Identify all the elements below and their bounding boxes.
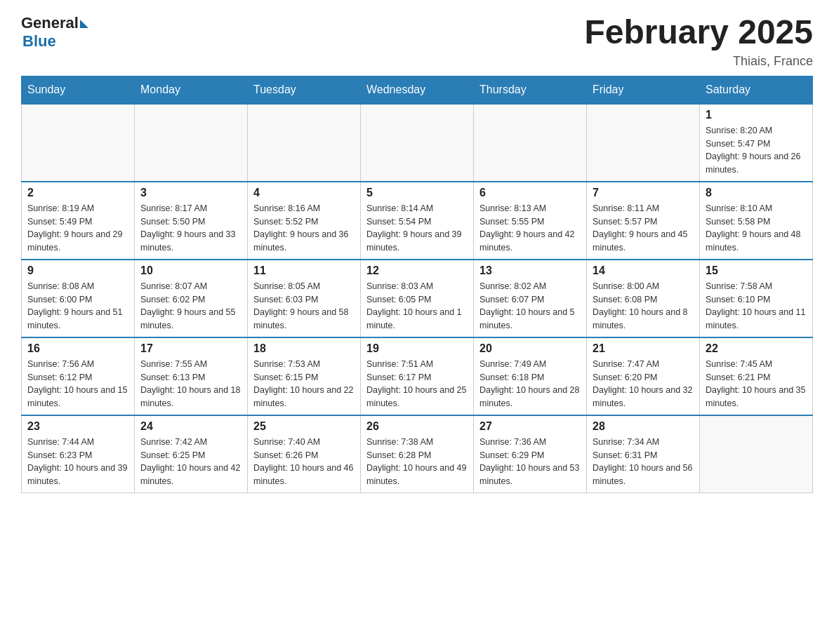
calendar-cell: 4Sunrise: 8:16 AMSunset: 5:52 PMDaylight… [248,182,361,260]
logo-blue-text: Blue [22,32,56,51]
day-info: Sunrise: 7:56 AMSunset: 6:12 PMDaylight:… [27,358,128,410]
day-info: Sunrise: 8:19 AMSunset: 5:49 PMDaylight:… [27,202,128,255]
day-info: Sunrise: 7:53 AMSunset: 6:15 PMDaylight:… [253,358,355,410]
day-number: 23 [27,420,128,433]
calendar-cell: 14Sunrise: 8:00 AMSunset: 6:08 PMDayligh… [587,260,700,337]
calendar-cell: 5Sunrise: 8:14 AMSunset: 5:54 PMDaylight… [361,182,474,260]
day-number: 26 [366,420,468,433]
day-number: 2 [27,187,128,199]
day-info: Sunrise: 8:05 AMSunset: 6:03 PMDaylight:… [253,280,355,333]
day-info: Sunrise: 7:55 AMSunset: 6:13 PMDaylight:… [140,358,241,410]
calendar-cell [22,104,135,182]
day-number: 20 [479,342,581,355]
day-info: Sunrise: 7:34 AMSunset: 6:31 PMDaylight:… [593,436,694,488]
calendar-cell: 16Sunrise: 7:56 AMSunset: 6:12 PMDayligh… [22,337,135,415]
calendar-cell: 23Sunrise: 7:44 AMSunset: 6:23 PMDayligh… [22,415,135,493]
day-info: Sunrise: 7:44 AMSunset: 6:23 PMDaylight:… [27,436,128,488]
day-info: Sunrise: 8:13 AMSunset: 5:55 PMDaylight:… [479,202,581,255]
location: Thiais, France [584,54,813,69]
weekday-header-monday: Monday [135,76,248,104]
day-info: Sunrise: 8:16 AMSunset: 5:52 PMDaylight:… [253,202,355,255]
day-number: 14 [593,264,694,277]
calendar-cell: 7Sunrise: 8:11 AMSunset: 5:57 PMDaylight… [587,182,700,260]
day-number: 27 [479,420,581,433]
day-number: 15 [706,264,807,277]
day-info: Sunrise: 8:00 AMSunset: 6:08 PMDaylight:… [593,280,694,333]
calendar-header: SundayMondayTuesdayWednesdayThursdayFrid… [22,76,813,104]
calendar-week-4: 16Sunrise: 7:56 AMSunset: 6:12 PMDayligh… [22,337,813,415]
weekday-header-row: SundayMondayTuesdayWednesdayThursdayFrid… [22,76,813,104]
calendar-cell: 20Sunrise: 7:49 AMSunset: 6:18 PMDayligh… [474,337,587,415]
day-number: 1 [706,109,807,121]
day-info: Sunrise: 8:17 AMSunset: 5:50 PMDaylight:… [140,202,241,255]
logo-arrow-icon [80,20,88,28]
calendar-week-1: 1Sunrise: 8:20 AMSunset: 5:47 PMDaylight… [22,104,813,182]
day-number: 24 [140,420,241,433]
calendar-cell: 8Sunrise: 8:10 AMSunset: 5:58 PMDaylight… [700,182,813,260]
day-number: 7 [593,187,694,199]
calendar-cell: 25Sunrise: 7:40 AMSunset: 6:26 PMDayligh… [248,415,361,493]
calendar-week-2: 2Sunrise: 8:19 AMSunset: 5:49 PMDaylight… [22,182,813,260]
calendar-cell: 12Sunrise: 8:03 AMSunset: 6:05 PMDayligh… [361,260,474,337]
logo-general-text: General [21,14,88,32]
day-info: Sunrise: 7:38 AMSunset: 6:28 PMDaylight:… [366,436,468,488]
weekday-header-thursday: Thursday [474,76,587,104]
day-info: Sunrise: 7:42 AMSunset: 6:25 PMDaylight:… [140,436,241,488]
day-info: Sunrise: 8:03 AMSunset: 6:05 PMDaylight:… [366,280,468,333]
day-number: 5 [366,187,468,199]
calendar-cell: 26Sunrise: 7:38 AMSunset: 6:28 PMDayligh… [361,415,474,493]
day-info: Sunrise: 7:49 AMSunset: 6:18 PMDaylight:… [479,358,581,410]
day-number: 28 [593,420,694,433]
day-info: Sunrise: 7:36 AMSunset: 6:29 PMDaylight:… [479,436,581,488]
day-number: 13 [479,264,581,277]
day-number: 25 [253,420,355,433]
calendar-cell [248,104,361,182]
calendar-cell: 27Sunrise: 7:36 AMSunset: 6:29 PMDayligh… [474,415,587,493]
page-header: General Blue February 2025 Thiais, Franc… [21,14,813,69]
calendar-cell: 10Sunrise: 8:07 AMSunset: 6:02 PMDayligh… [135,260,248,337]
day-number: 3 [140,187,241,199]
weekday-header-saturday: Saturday [700,76,813,104]
day-info: Sunrise: 8:14 AMSunset: 5:54 PMDaylight:… [366,202,468,255]
day-number: 19 [366,342,468,355]
calendar-body: 1Sunrise: 8:20 AMSunset: 5:47 PMDaylight… [22,104,813,493]
day-number: 8 [706,187,807,199]
logo-general-word: General [21,14,79,32]
calendar-table: SundayMondayTuesdayWednesdayThursdayFrid… [21,76,813,493]
day-number: 4 [253,187,355,199]
calendar-cell: 1Sunrise: 8:20 AMSunset: 5:47 PMDaylight… [700,104,813,182]
calendar-cell: 9Sunrise: 8:08 AMSunset: 6:00 PMDaylight… [22,260,135,337]
day-number: 22 [706,342,807,355]
weekday-header-sunday: Sunday [22,76,135,104]
title-area: February 2025 Thiais, France [584,14,813,69]
day-number: 11 [253,264,355,277]
day-number: 10 [140,264,241,277]
calendar-cell: 17Sunrise: 7:55 AMSunset: 6:13 PMDayligh… [135,337,248,415]
calendar-cell: 6Sunrise: 8:13 AMSunset: 5:55 PMDaylight… [474,182,587,260]
day-info: Sunrise: 8:02 AMSunset: 6:07 PMDaylight:… [479,280,581,333]
month-title: February 2025 [584,14,813,51]
calendar-cell: 18Sunrise: 7:53 AMSunset: 6:15 PMDayligh… [248,337,361,415]
day-info: Sunrise: 7:47 AMSunset: 6:20 PMDaylight:… [593,358,694,410]
calendar-cell: 13Sunrise: 8:02 AMSunset: 6:07 PMDayligh… [474,260,587,337]
day-number: 9 [27,264,128,277]
calendar-cell: 11Sunrise: 8:05 AMSunset: 6:03 PMDayligh… [248,260,361,337]
calendar-cell [700,415,813,493]
day-number: 6 [479,187,581,199]
calendar-cell: 21Sunrise: 7:47 AMSunset: 6:20 PMDayligh… [587,337,700,415]
calendar-cell [135,104,248,182]
day-info: Sunrise: 8:20 AMSunset: 5:47 PMDaylight:… [706,124,807,177]
calendar-cell: 22Sunrise: 7:45 AMSunset: 6:21 PMDayligh… [700,337,813,415]
weekday-header-friday: Friday [587,76,700,104]
day-info: Sunrise: 7:40 AMSunset: 6:26 PMDaylight:… [253,436,355,488]
day-number: 21 [593,342,694,355]
day-info: Sunrise: 8:07 AMSunset: 6:02 PMDaylight:… [140,280,241,333]
calendar-week-5: 23Sunrise: 7:44 AMSunset: 6:23 PMDayligh… [22,415,813,493]
day-info: Sunrise: 7:58 AMSunset: 6:10 PMDaylight:… [706,280,807,333]
day-info: Sunrise: 8:10 AMSunset: 5:58 PMDaylight:… [706,202,807,255]
calendar-cell: 24Sunrise: 7:42 AMSunset: 6:25 PMDayligh… [135,415,248,493]
day-info: Sunrise: 7:51 AMSunset: 6:17 PMDaylight:… [366,358,468,410]
day-info: Sunrise: 8:11 AMSunset: 5:57 PMDaylight:… [593,202,694,255]
weekday-header-tuesday: Tuesday [248,76,361,104]
day-number: 12 [366,264,468,277]
